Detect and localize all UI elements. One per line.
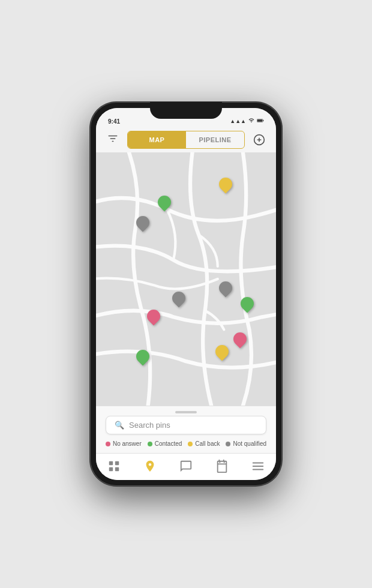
- phone-notch: [150, 102, 222, 119]
- svg-rect-1: [263, 120, 263, 121]
- nav-item-grid[interactable]: [103, 458, 125, 474]
- plus-circle-icon: [253, 134, 265, 146]
- filter-button[interactable]: [104, 131, 121, 148]
- svg-rect-8: [115, 461, 119, 465]
- legend-dot-gray: [226, 442, 230, 446]
- map-pin[interactable]: [136, 350, 149, 363]
- tab-pipeline[interactable]: PIPELINE: [186, 131, 244, 148]
- tab-group: MAP PIPELINE: [127, 131, 245, 149]
- map-area[interactable]: [96, 152, 276, 406]
- svg-rect-10: [115, 467, 119, 471]
- legend-item-no-answer: No answer: [106, 440, 142, 447]
- legend-label-call-back: Call back: [195, 440, 220, 447]
- legend-dot-pink: [106, 442, 110, 446]
- bottom-nav: [96, 453, 276, 480]
- pin-bubble-gray: [133, 213, 152, 232]
- legend-item-not-qualified: Not qualified: [226, 440, 266, 447]
- pin-bubble-green: [155, 193, 173, 211]
- drag-handle-bar: [175, 411, 197, 413]
- svg-rect-9: [109, 467, 113, 471]
- map-pin[interactable]: [136, 216, 149, 229]
- message-icon: [179, 460, 193, 473]
- pin-bubble-gray: [169, 289, 188, 308]
- menu-icon: [251, 460, 265, 473]
- grid-icon: [107, 460, 121, 473]
- filter-icon: [107, 133, 118, 146]
- map-pin[interactable]: [158, 196, 171, 209]
- legend-label-no-answer: No answer: [113, 440, 142, 447]
- battery-icon: [257, 118, 264, 125]
- nav-item-menu[interactable]: [247, 458, 269, 474]
- legend-item-call-back: Call back: [188, 440, 220, 447]
- svg-rect-7: [109, 461, 113, 465]
- map-pin[interactable]: [215, 345, 229, 358]
- search-bar[interactable]: 🔍 Search pins: [106, 416, 266, 434]
- pin-bubble-green: [133, 347, 152, 366]
- nav-item-calendar[interactable]: [211, 458, 233, 474]
- search-icon: 🔍: [115, 421, 124, 430]
- legend-label-contacted: Contacted: [155, 440, 182, 447]
- pin-bubble-yellow: [212, 342, 231, 361]
- tab-map[interactable]: MAP: [128, 131, 186, 148]
- pin-bubble-pink: [144, 307, 163, 325]
- map-pin[interactable]: [241, 297, 254, 310]
- bottom-panel: 🔍 Search pins No answer Contacted Call b…: [96, 406, 276, 453]
- pin-bubble-gray: [216, 279, 235, 298]
- drag-handle[interactable]: [96, 406, 276, 416]
- legend: No answer Contacted Call back Not qualif…: [96, 440, 276, 453]
- search-placeholder-text: Search pins: [129, 421, 170, 430]
- legend-label-not-qualified: Not qualified: [233, 440, 266, 447]
- pin-bubble-pink: [230, 329, 249, 348]
- legend-dot-yellow: [188, 442, 193, 446]
- signal-icon: ▲▲▲: [230, 118, 246, 124]
- pin-bubble-green: [238, 294, 256, 313]
- phone-screen: 9:41 ▲▲▲: [96, 108, 276, 480]
- map-pin[interactable]: [233, 332, 247, 346]
- map-roads: [96, 152, 276, 406]
- toolbar: MAP PIPELINE: [96, 127, 276, 152]
- status-time: 9:41: [108, 118, 120, 125]
- location-icon: [143, 460, 157, 473]
- add-button[interactable]: [251, 131, 268, 148]
- nav-item-location[interactable]: [139, 458, 161, 474]
- map-pin[interactable]: [219, 281, 232, 295]
- legend-item-contacted: Contacted: [148, 440, 182, 447]
- legend-dot-green: [148, 442, 152, 446]
- phone-frame: 9:41 ▲▲▲: [90, 102, 282, 486]
- map-pin[interactable]: [147, 310, 160, 323]
- map-pin[interactable]: [219, 178, 232, 191]
- wifi-icon: [248, 118, 254, 125]
- svg-rect-2: [257, 119, 262, 122]
- nav-item-message[interactable]: [175, 458, 197, 474]
- pin-bubble-yellow: [216, 175, 235, 194]
- map-pin[interactable]: [172, 292, 185, 305]
- status-icons: ▲▲▲: [230, 118, 264, 125]
- calendar-icon: [215, 460, 229, 473]
